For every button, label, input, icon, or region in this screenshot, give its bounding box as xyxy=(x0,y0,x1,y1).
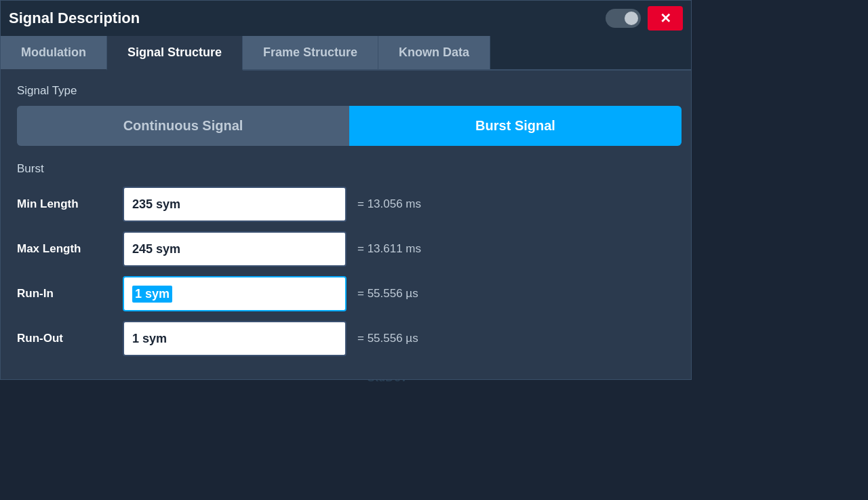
signal-type-selector: Continuous Signal Burst Signal xyxy=(17,106,682,146)
tab-known-data[interactable]: Known Data xyxy=(378,36,490,69)
close-button[interactable]: ✕ xyxy=(648,6,683,31)
continuous-signal-button[interactable]: Continuous Signal xyxy=(17,106,349,146)
run-in-input[interactable]: 1 sym xyxy=(123,276,347,311)
param-row-run-out: Run-Out 1 sym = 55.556 µs xyxy=(17,321,675,356)
min-length-equals: = 13.056 ms xyxy=(357,197,439,211)
run-out-input[interactable]: 1 sym xyxy=(123,321,347,356)
param-row-max-length: Max Length 245 sym = 13.611 ms xyxy=(17,231,675,267)
tab-frame-structure[interactable]: Frame Structure xyxy=(243,36,378,69)
run-out-label: Run-Out xyxy=(17,332,112,345)
signal-type-label: Signal Type xyxy=(17,84,675,98)
toggle-switch[interactable] xyxy=(606,9,641,28)
max-length-input[interactable]: 245 sym xyxy=(123,231,347,267)
dialog-title: Signal Description xyxy=(9,9,140,27)
run-out-value: 1 sym xyxy=(132,332,167,346)
min-length-input[interactable]: 235 sym xyxy=(123,187,347,222)
dialog-content: Signal Type Continuous Signal Burst Sign… xyxy=(1,71,691,379)
burst-signal-button[interactable]: Burst Signal xyxy=(349,106,682,146)
run-out-equals: = 55.556 µs xyxy=(357,332,439,345)
run-in-label: Run-In xyxy=(17,287,112,301)
min-length-label: Min Length xyxy=(17,197,112,211)
title-bar: Signal Description ✕ xyxy=(1,1,691,36)
tab-modulation[interactable]: Modulation xyxy=(1,36,107,71)
tab-bar: Modulation Signal Structure Frame Struct… xyxy=(1,36,691,71)
min-length-value: 235 sym xyxy=(132,197,180,212)
param-row-min-length: Min Length 235 sym = 13.056 ms xyxy=(17,187,675,222)
max-length-label: Max Length xyxy=(17,242,112,256)
run-in-value: 1 sym xyxy=(132,286,172,303)
max-length-equals: = 13.611 ms xyxy=(357,242,439,256)
burst-section-label: Burst xyxy=(17,162,675,176)
tab-signal-structure[interactable]: Signal Structure xyxy=(107,36,243,71)
run-in-equals: = 55.556 µs xyxy=(357,287,439,301)
signal-description-dialog: Signal Description ✕ Modulation Signal S… xyxy=(0,0,692,380)
max-length-value: 245 sym xyxy=(132,242,180,256)
title-controls: ✕ xyxy=(606,6,683,31)
toggle-knob xyxy=(625,12,638,25)
param-row-run-in: Run-In 1 sym = 55.556 µs xyxy=(17,276,675,311)
